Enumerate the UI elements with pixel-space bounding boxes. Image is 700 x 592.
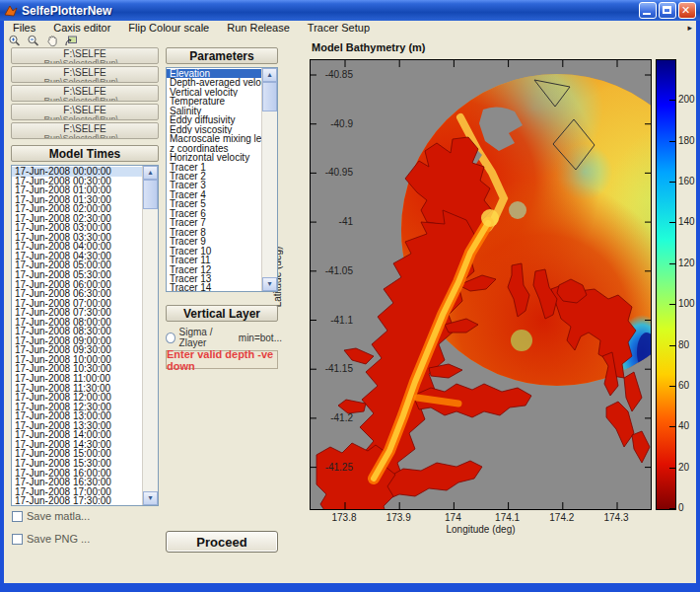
zoom-out-icon[interactable] [27, 35, 40, 47]
model-times-list[interactable]: 17-Jun-2008 00:00:0017-Jun-2008 00:30:00… [11, 165, 159, 506]
scroll-thumb[interactable] [262, 82, 277, 111]
scroll-down-button[interactable]: ▾ [143, 491, 158, 505]
model-time-row[interactable]: 17-Jun-2008 10:30:00 [12, 364, 143, 374]
file-path-button-2[interactable]: F:\SELFERun\Selected\Run\... [11, 66, 159, 83]
depth-warning-field[interactable]: Enter valid depth -ve down [166, 350, 278, 369]
model-time-row[interactable]: 17-Jun-2008 03:30:00 [12, 233, 143, 243]
model-time-row[interactable]: 17-Jun-2008 06:30:00 [12, 289, 143, 299]
scroll-up-button[interactable]: ▴ [143, 166, 158, 180]
model-time-row[interactable]: 17-Jun-2008 15:30:00 [12, 459, 143, 469]
model-time-row[interactable]: 17-Jun-2008 02:00:00 [12, 204, 143, 214]
parameter-row[interactable]: Elevation [167, 69, 262, 78]
model-time-row[interactable]: 17-Jun-2008 00:30:00 [12, 177, 143, 186]
file-path-button-3[interactable]: F:\SELFERun\Selected\Run\... [11, 85, 159, 102]
proceed-button[interactable]: Proceed [166, 531, 278, 553]
model-time-row[interactable]: 17-Jun-2008 05:00:00 [12, 260, 143, 270]
model-time-row[interactable]: 17-Jun-2008 10:00:00 [12, 355, 143, 365]
parameters-list[interactable]: ElevationDepth-averaged velocityVertical… [166, 67, 278, 292]
model-time-row[interactable]: 17-Jun-2008 01:30:00 [12, 195, 143, 205]
model-time-row[interactable]: 17-Jun-2008 11:00:00 [12, 374, 143, 384]
checkbox-icon[interactable] [12, 534, 23, 545]
file-path-button-1[interactable]: F:\SELFERun\Selected\Run\... [11, 47, 159, 64]
parameter-row[interactable]: Tracer 3 [167, 181, 262, 189]
menu-item-caxis-editor[interactable]: Caxis editor [44, 22, 119, 34]
parameter-row[interactable]: z coordinates [167, 144, 262, 153]
model-time-row[interactable]: 17-Jun-2008 08:00:00 [12, 318, 143, 328]
model-time-row[interactable]: 17-Jun-2008 15:00:00 [12, 449, 143, 459]
scroll-thumb[interactable] [143, 180, 158, 209]
parameters-scrollbar[interactable]: ▴ ▾ [261, 68, 277, 291]
scroll-down-button[interactable]: ▾ [262, 277, 277, 291]
maximize-button[interactable] [659, 2, 676, 19]
parameter-row[interactable]: Eddy diffusivity [167, 115, 262, 124]
model-time-row[interactable]: 17-Jun-2008 03:00:00 [12, 223, 143, 233]
model-time-row[interactable]: 17-Jun-2008 14:30:00 [12, 440, 143, 450]
x-tick-label: 174.2 [549, 512, 574, 523]
parameter-row[interactable]: Tracer 1 [167, 163, 262, 172]
parameter-row[interactable]: Tracer 4 [167, 190, 262, 199]
model-time-row[interactable]: 17-Jun-2008 04:30:00 [12, 252, 143, 261]
parameter-row[interactable]: Tracer 13 [167, 274, 262, 283]
file-path-button-5[interactable]: F:\SELFERun\Selected\Run\... [11, 122, 159, 139]
model-time-row[interactable]: 17-Jun-2008 07:00:00 [12, 299, 143, 309]
model-times-scrollbar[interactable]: ▴ ▾ [142, 166, 158, 505]
model-time-row[interactable]: 17-Jun-2008 09:00:00 [12, 336, 143, 346]
checkbox-row-save-png-[interactable]: Save PNG ... [12, 533, 90, 545]
parameter-row[interactable]: Tracer 9 [167, 237, 262, 246]
parameter-row[interactable]: Tracer 11 [167, 256, 262, 264]
parameter-row[interactable]: Macroscale mixing length [167, 134, 262, 143]
model-time-row[interactable]: 17-Jun-2008 08:30:00 [12, 327, 143, 336]
rotate3d-icon[interactable] [64, 35, 78, 47]
radio-icon[interactable] [166, 333, 175, 343]
file-path-button-4[interactable]: F:\SELFERun\Selected\Run\... [11, 104, 159, 120]
menu-item-flip-colour-scale[interactable]: Flip Colour scale [119, 22, 218, 34]
model-time-row[interactable]: 17-Jun-2008 05:30:00 [12, 270, 143, 280]
model-time-row[interactable]: 17-Jun-2008 13:00:00 [12, 411, 143, 421]
parameter-row[interactable]: Tracer 12 [167, 265, 262, 274]
model-time-row[interactable]: 17-Jun-2008 00:00:00 [12, 167, 143, 177]
minimize-button[interactable] [639, 2, 657, 19]
model-time-row[interactable]: 17-Jun-2008 13:30:00 [12, 421, 143, 431]
model-time-row[interactable]: 17-Jun-2008 09:30:00 [12, 345, 143, 355]
parameter-row[interactable]: Tracer 7 [167, 218, 262, 227]
checkbox-row-save-matla-[interactable]: Save matla... [12, 510, 90, 522]
parameter-row[interactable]: Temperature [167, 97, 262, 106]
pan-hand-icon[interactable] [45, 35, 59, 47]
parameter-row[interactable]: Salinity [167, 107, 262, 115]
checkbox-icon[interactable] [12, 511, 23, 522]
model-time-row[interactable]: 17-Jun-2008 11:30:00 [12, 384, 143, 394]
menu-item-files[interactable]: Files [4, 22, 44, 34]
menubar-overflow-arrow[interactable]: ▸ [687, 23, 692, 33]
menu-item-run-release[interactable]: Run Release [218, 22, 299, 34]
model-time-row[interactable]: 17-Jun-2008 02:30:00 [12, 214, 143, 224]
sigma-zlayer-radio-row[interactable]: Sigma / Zlayer min=bot... [166, 327, 282, 348]
model-time-row[interactable]: 17-Jun-2008 16:30:00 [12, 478, 143, 487]
model-time-row[interactable]: 17-Jun-2008 17:30:00 [12, 496, 143, 506]
model-time-row[interactable]: 17-Jun-2008 14:00:00 [12, 430, 143, 440]
model-time-row[interactable]: 17-Jun-2008 12:00:00 [12, 393, 143, 403]
parameter-row[interactable]: Tracer 10 [167, 247, 262, 256]
model-time-row[interactable]: 17-Jun-2008 06:00:00 [12, 280, 143, 290]
parameter-row[interactable]: Tracer 14 [167, 283, 262, 292]
title-bar[interactable]: SelfePlotterNew ✕ [0, 0, 700, 21]
file-path-line2: Run\Selected\Run\... [12, 59, 158, 64]
parameter-row[interactable]: Tracer 6 [167, 209, 262, 218]
parameter-row[interactable]: Horizontal velocity [167, 153, 262, 162]
model-time-row[interactable]: 17-Jun-2008 17:00:00 [12, 487, 143, 497]
model-time-row[interactable]: 17-Jun-2008 01:00:00 [12, 185, 143, 195]
parameter-row[interactable]: Tracer 5 [167, 199, 262, 208]
model-time-row[interactable]: 17-Jun-2008 04:00:00 [12, 242, 143, 252]
parameter-row[interactable]: Eddy viscosity [167, 125, 262, 134]
parameter-row[interactable]: Depth-averaged velocity [167, 78, 262, 87]
menu-item-tracer-setup[interactable]: Tracer Setup [299, 22, 379, 34]
parameter-row[interactable]: Tracer 2 [167, 172, 262, 181]
bathymetry-plot-area[interactable] [310, 59, 652, 510]
zoom-in-icon[interactable] [8, 35, 22, 47]
model-time-row[interactable]: 17-Jun-2008 07:30:00 [12, 308, 143, 318]
model-time-row[interactable]: 17-Jun-2008 16:00:00 [12, 469, 143, 479]
parameter-row[interactable]: Vertical velocity [167, 88, 262, 97]
close-button[interactable]: ✕ [678, 2, 696, 19]
model-time-row[interactable]: 17-Jun-2008 12:30:00 [12, 403, 143, 412]
scroll-up-button[interactable]: ▴ [262, 68, 277, 82]
parameter-row[interactable]: Tracer 8 [167, 228, 262, 237]
